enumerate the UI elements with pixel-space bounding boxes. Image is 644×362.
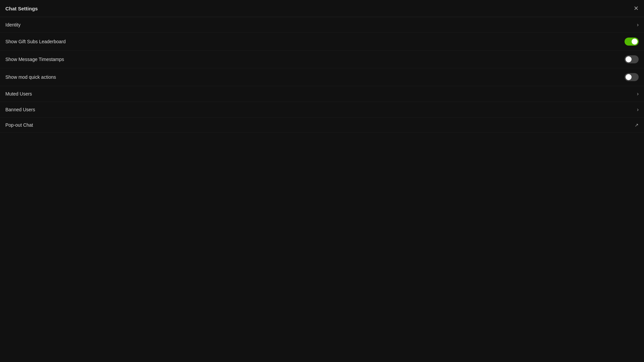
timestamps-toggle[interactable] [625,58,639,63]
panels-row: ((·)) Session info ⋮ OFFLINE - Session - [82,58,644,362]
app: Creator Dashboard ☰ 📡 Stream 💰 Monetizat… [0,37,644,362]
settings-item-muted-users[interactable]: Muted Users › [82,86,644,102]
pop-out-external-icon: ↗ [635,122,639,128]
settings-item-pop-out[interactable]: Pop-out Chat ↗ [82,118,644,133]
settings-list: Identity › Show Gift Subs Leaderboard Sh… [82,58,644,362]
chat-panel: 💬 Chat ⋮ Chat Settings ✕ Identity [243,58,557,362]
main-content: 2 235hfjdkls768 ((·)) 📷 ⚡ 💬 😊 [82,37,644,362]
muted-users-arrow-icon: › [637,91,639,97]
mod-quick-actions-toggle[interactable] [625,73,639,81]
settings-item-timestamps[interactable]: Show Message Timestamps [82,58,644,68]
settings-item-banned-users[interactable]: Banned Users › [82,102,644,118]
banned-users-arrow-icon: › [637,107,639,113]
settings-item-mod-actions[interactable]: Show mod quick actions [82,68,644,86]
chat-settings-overlay: Chat Settings ✕ Identity › Show Gift Sub… [82,58,644,362]
